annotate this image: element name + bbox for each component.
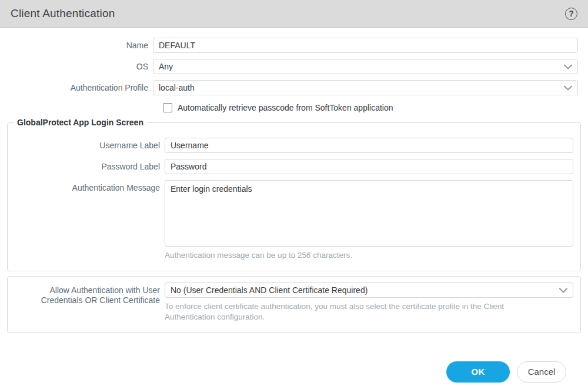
name-row: Name: [0, 38, 588, 53]
cancel-button[interactable]: Cancel: [517, 361, 566, 383]
auth-message-label: Authentication Message: [8, 180, 165, 193]
cert-auth-row: Allow Authentication with User Credentia…: [8, 282, 580, 322]
auth-profile-select-value: local-auth: [159, 83, 195, 92]
cert-auth-select-value: No (User Credentials AND Client Certific…: [171, 285, 368, 295]
cert-auth-select[interactable]: No (User Credentials AND Client Certific…: [165, 282, 573, 298]
client-authentication-dialog: Client Authentication ? Name OS Any Auth…: [0, 0, 588, 383]
os-select-value: Any: [159, 62, 173, 71]
os-row: OS Any: [0, 59, 588, 74]
auth-message-row: Authentication Message Enter login crede…: [8, 180, 580, 261]
username-label-label: Username Label: [8, 141, 165, 151]
auth-message-hint: Authentication message can be up to 256 …: [165, 250, 573, 261]
help-icon[interactable]: ?: [565, 8, 577, 20]
auth-message-textarea[interactable]: Enter login credentials: [165, 180, 573, 247]
softtoken-checkbox-label[interactable]: Automatically retrieve passcode from Sof…: [178, 103, 393, 112]
chevron-down-icon: [559, 288, 567, 293]
cert-auth-label: Allow Authentication with User Credentia…: [8, 282, 165, 305]
cert-auth-section: Allow Authentication with User Credentia…: [7, 276, 581, 333]
auth-profile-select[interactable]: local-auth: [153, 80, 578, 95]
dialog-footer: OK Cancel: [0, 361, 588, 383]
name-label: Name: [0, 41, 153, 51]
dialog-body: Name OS Any Authentication Profile local…: [0, 28, 588, 383]
softtoken-row: Automatically retrieve passcode from Sof…: [163, 103, 588, 112]
password-label-label: Password Label: [8, 162, 165, 172]
ok-button[interactable]: OK: [446, 361, 510, 383]
password-label-input[interactable]: [165, 159, 573, 174]
username-label-input[interactable]: [165, 138, 573, 153]
page-title: Client Authentication: [11, 7, 115, 20]
softtoken-checkbox[interactable]: [163, 103, 172, 112]
password-label-row: Password Label: [8, 159, 580, 174]
chevron-down-icon: [564, 85, 572, 91]
username-label-row: Username Label: [8, 138, 580, 153]
os-label: OS: [0, 62, 153, 72]
chevron-down-icon: [564, 64, 572, 69]
login-screen-section: GlobalProtect App Login Screen Username …: [7, 122, 581, 271]
os-select[interactable]: Any: [153, 59, 578, 74]
cert-auth-hint: To enforce client certificate authentica…: [165, 301, 546, 322]
auth-profile-label: Authentication Profile: [0, 83, 153, 93]
dialog-header: Client Authentication ?: [0, 0, 588, 28]
auth-profile-row: Authentication Profile local-auth: [0, 80, 588, 95]
name-input[interactable]: [153, 38, 578, 53]
login-screen-legend: GlobalProtect App Login Screen: [13, 118, 148, 127]
